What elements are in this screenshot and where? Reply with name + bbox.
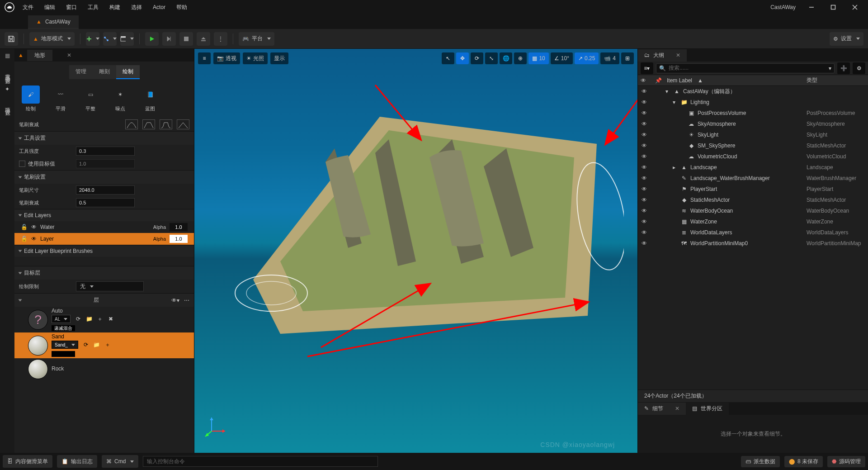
details-tab[interactable]: ✎ 细节 ✕ (638, 403, 686, 415)
blueprint-button[interactable] (103, 32, 117, 46)
eye-toggle-icon[interactable]: 👁▾ (171, 297, 179, 304)
pin-column-icon[interactable]: 📌 (655, 77, 663, 84)
show-dropdown[interactable]: 显示 (270, 52, 288, 64)
layer-info-dropdown[interactable]: Sand_ (52, 341, 78, 349)
play-options-button[interactable]: ⋮ (214, 32, 227, 46)
visibility-toggle[interactable]: 👁 (641, 132, 648, 138)
project-settings-tab[interactable]: 项目设置 (4, 103, 11, 107)
seg-tab-绘制[interactable]: 绘制 (116, 65, 140, 79)
outliner-row-PostProcessVolume[interactable]: 👁▣PostProcessVolumePostProcessVolume (638, 108, 868, 119)
source-control-button[interactable]: ⬣源码管理 (827, 456, 865, 467)
tool-strength-input[interactable]: 0.3 (76, 147, 135, 156)
save-button[interactable] (5, 32, 18, 46)
level-viewport[interactable]: ≡ 📷 透视 ☀ 光照 显示 ↖ ✥ ⟳ ⤡ 🌐 ⊕ ▦ 10 ∠ 10° ↗ … (194, 49, 637, 453)
seg-tab-雕刻[interactable]: 雕刻 (93, 65, 116, 79)
paint-limit-dropdown[interactable]: 无 (76, 281, 144, 291)
visibility-column-icon[interactable]: 👁 (641, 77, 651, 84)
add-icon[interactable]: ＋ (96, 315, 104, 323)
outliner-row-Landscape_WaterBrushManager[interactable]: 👁✎Landscape_WaterBrushManagerWaterBrushM… (638, 173, 868, 184)
edit-layer-layer[interactable]: 🔓 👁 Layer Alpha 1.0 (14, 233, 194, 245)
visibility-toggle[interactable]: 👁 (641, 197, 648, 203)
visibility-toggle[interactable]: 👁 (641, 208, 648, 214)
viewport-menu-button[interactable]: ≡ (198, 52, 211, 64)
outliner-row-SkyAtmosphere[interactable]: 👁☁SkyAtmosphereSkyAtmosphere (638, 119, 868, 129)
stop-button[interactable] (179, 32, 193, 46)
visibility-toggle[interactable]: 👁 (641, 218, 648, 225)
place-actors-icon[interactable]: ▦ (5, 52, 10, 59)
content-drawer-button[interactable]: 🗄内容侧滑菜单 (3, 455, 52, 468)
console-input[interactable]: 输入控制台命令 (143, 456, 378, 467)
settings-dropdown[interactable]: ⚙ 设置 (830, 32, 863, 46)
menu-窗口[interactable]: 窗口 (61, 1, 82, 14)
angle-snap[interactable]: ∠ 10° (551, 52, 573, 64)
refresh-icon[interactable]: ⟳ (74, 315, 82, 323)
outliner-row-SM_SkySphere[interactable]: 👁◆SM_SkySphereStaticMeshActor (638, 140, 868, 151)
alpha-layer-input[interactable]: 1.0 (170, 235, 188, 243)
outliner-row-VolumetricCloud[interactable]: 👁☁VolumetricCloudVolumetricCloud (638, 151, 868, 162)
folder-icon[interactable]: 📁 (93, 341, 101, 349)
falloff-linear-icon[interactable] (142, 119, 155, 129)
perspective-dropdown[interactable]: 📷 透视 (213, 52, 240, 64)
mode-平滑[interactable]: 〰平滑 (50, 85, 71, 112)
menu-编辑[interactable]: 编辑 (39, 1, 61, 14)
target-value-input[interactable]: 1.0 (76, 159, 135, 168)
close-button[interactable] (844, 0, 865, 14)
maximize-button[interactable] (823, 0, 844, 14)
refresh-icon[interactable]: ⟳ (82, 341, 90, 349)
layers-section[interactable]: 层 👁▾ ⋯ (14, 294, 194, 307)
eye-icon[interactable]: 👁 (31, 236, 37, 242)
outliner-row-Lighting[interactable]: 👁▾📁Lighting (638, 97, 868, 108)
folder-icon[interactable]: 📁 (85, 315, 93, 323)
menu-工具[interactable]: 工具 (82, 1, 104, 14)
landscape-tab-label[interactable]: 地形 (27, 50, 52, 61)
falloff-smooth-icon[interactable] (125, 119, 138, 129)
outliner-row-PlayerStart[interactable]: 👁⚑PlayerStartPlayerStart (638, 184, 868, 195)
outliner-tab[interactable]: 🗂 大纲 ✕ (638, 49, 687, 62)
editor-mode-dropdown[interactable]: ▲ 地形模式 (29, 32, 75, 46)
paint-layer-Rock[interactable]: Rock (14, 358, 194, 380)
platform-dropdown[interactable]: 🎮 平台 (239, 32, 274, 46)
brush-settings-section[interactable]: 笔刷设置 (14, 171, 194, 184)
eye-icon[interactable]: 👁 (31, 224, 37, 230)
expand-icon[interactable]: ▾ (663, 88, 670, 95)
close-icon[interactable]: ✕ (676, 52, 680, 58)
world-settings-tab[interactable]: 世界场景设置 (4, 70, 11, 75)
expand-icon[interactable]: ▾ (670, 99, 678, 105)
layer-options-icon[interactable]: ⋯ (184, 297, 189, 304)
unsaved-button[interactable]: ⬤8 未保存 (784, 456, 823, 467)
layer-info-dropdown[interactable]: AL (52, 315, 71, 323)
viewport-layout-button[interactable]: ⊞ (621, 52, 634, 64)
paint-layer-Auto[interactable]: ?AutoAL⟳📁＋✖递减混合 (14, 307, 194, 332)
item-label-column[interactable]: Item Label (667, 77, 692, 84)
close-icon[interactable]: ✕ (675, 405, 679, 412)
brush-size-input[interactable]: 2048.0 (76, 185, 135, 195)
visibility-toggle[interactable]: 👁 (641, 229, 648, 236)
use-target-checkbox[interactable] (19, 161, 25, 167)
remove-icon[interactable]: ✖ (107, 315, 115, 323)
lighting-dropdown[interactable]: ☀ 光照 (243, 52, 268, 64)
visibility-toggle[interactable]: 👁 (641, 88, 648, 95)
seg-tab-管理[interactable]: 管理 (69, 65, 93, 79)
outliner-row-Landscape[interactable]: 👁▸▲LandscapeLandscape (638, 162, 868, 173)
cmd-dropdown[interactable]: ⌘Cmd (102, 455, 138, 468)
visibility-toggle[interactable]: 👁 (641, 240, 648, 247)
outliner-settings-button[interactable]: ⚙ (853, 62, 865, 74)
select-tool[interactable]: ↖ (442, 52, 454, 64)
world-partition-tab[interactable]: ▤ 世界分区 (686, 403, 729, 415)
visibility-toggle[interactable]: 👁 (641, 121, 648, 127)
eject-button[interactable] (197, 32, 210, 46)
visibility-toggle[interactable]: 👁 (641, 175, 648, 181)
output-log-button[interactable]: 📋输出日志 (57, 455, 97, 468)
visibility-toggle[interactable]: 👁 (641, 164, 648, 171)
menu-文件[interactable]: 文件 (17, 1, 39, 14)
paint-layer-Sand[interactable]: SandSand_⟳📁＋递减混合 (14, 332, 194, 358)
visibility-toggle[interactable]: 👁 (641, 186, 648, 192)
mode-蓝图[interactable]: 📘蓝图 (139, 85, 161, 112)
outliner-row-WaterBodyOcean[interactable]: 👁≋WaterBodyOceanWaterBodyOcean (638, 205, 868, 216)
skip-button[interactable] (162, 32, 176, 46)
coord-space-toggle[interactable]: 🌐 (500, 52, 512, 64)
scale-snap[interactable]: ↗ 0.25 (575, 52, 599, 64)
menu-选择[interactable]: 选择 (126, 1, 147, 14)
outliner-row-WorldDataLayers[interactable]: 👁≣WorldDataLayersWorldDataLayers (638, 227, 868, 238)
mode-绘制[interactable]: 🖌绘制 (20, 85, 42, 112)
